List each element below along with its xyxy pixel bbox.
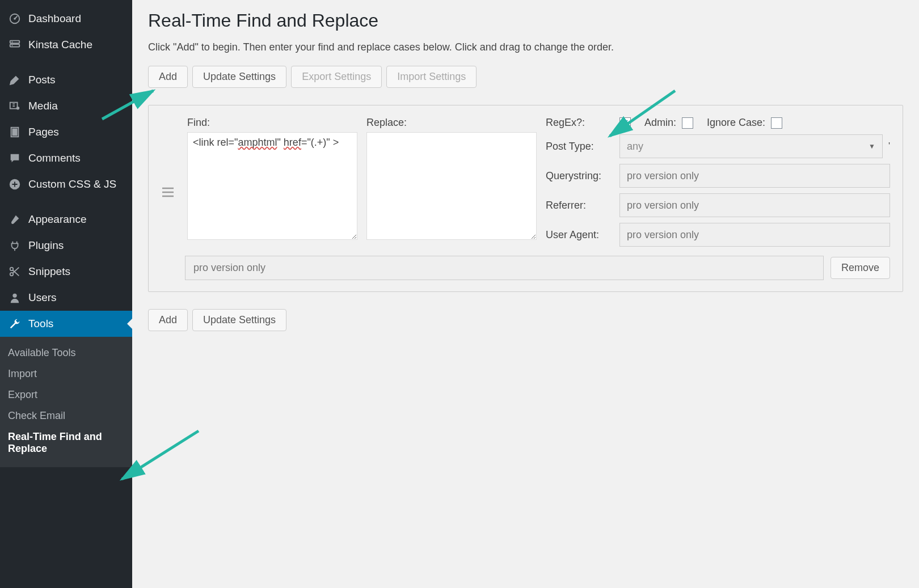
sidebar-item-label: Pages	[28, 126, 59, 138]
post-type-label: Post Type:	[546, 141, 614, 153]
add-button[interactable]: Add	[148, 66, 188, 88]
admin-sidebar: Dashboard Kinsta Cache Posts Media Pages…	[0, 0, 132, 588]
user-icon	[8, 291, 22, 304]
sidebar-item-label: Media	[28, 100, 58, 112]
rule-panel: Find: <link rel="amphtml" href="(.+)" > …	[148, 105, 903, 292]
sub-item-check-email[interactable]: Check Email	[0, 405, 132, 426]
dashboard-icon	[8, 12, 22, 25]
svg-rect-2	[10, 41, 20, 44]
sub-item-available-tools[interactable]: Available Tools	[0, 342, 132, 363]
ignore-case-checkbox[interactable]	[771, 117, 782, 129]
post-type-value: any	[627, 141, 643, 153]
sidebar-item-label: Tools	[28, 318, 53, 330]
referrer-label: Referrer:	[546, 200, 614, 211]
svg-point-7	[16, 107, 20, 110]
sub-item-import[interactable]: Import	[0, 363, 132, 384]
sidebar-item-label: Dashboard	[28, 12, 81, 25]
media-icon	[8, 100, 22, 112]
sidebar-item-users[interactable]: Users	[0, 285, 132, 311]
sidebar-item-label: Plugins	[28, 239, 64, 252]
svg-rect-3	[10, 44, 20, 47]
sidebar-item-pages[interactable]: Pages	[0, 119, 132, 145]
sidebar-item-dashboard[interactable]: Dashboard	[0, 6, 132, 32]
plug-icon	[8, 239, 22, 252]
sidebar-item-tools[interactable]: Tools	[0, 311, 132, 337]
page-instructions: Click "Add" to begin. Then enter your fi…	[148, 41, 903, 53]
regex-checkbox[interactable]: ✓	[619, 117, 631, 129]
svg-point-5	[12, 45, 13, 46]
sidebar-item-kinsta-cache[interactable]: Kinsta Cache	[0, 32, 132, 58]
svg-rect-9	[12, 129, 17, 136]
sidebar-item-label: Appearance	[28, 213, 86, 226]
find-column: Find: <link rel="amphtml" href="(.+)" >	[187, 117, 357, 242]
add-button-bottom[interactable]: Add	[148, 309, 188, 331]
remove-button[interactable]: Remove	[831, 257, 890, 279]
svg-point-1	[14, 18, 16, 20]
find-label: Find:	[187, 117, 357, 129]
sidebar-item-label: Custom CSS & JS	[28, 178, 116, 191]
user-agent-label: User Agent:	[546, 229, 614, 241]
ignore-case-label: Ignore Case:	[707, 117, 765, 129]
sidebar-item-plugins[interactable]: Plugins	[0, 232, 132, 259]
server-icon	[8, 39, 22, 51]
find-textarea[interactable]	[187, 132, 357, 240]
sub-item-export[interactable]: Export	[0, 384, 132, 405]
referrer-input	[619, 193, 890, 217]
update-settings-button-bottom[interactable]: Update Settings	[192, 309, 286, 331]
sidebar-item-label: Users	[28, 291, 57, 304]
plus-circle-icon	[8, 178, 22, 191]
sidebar-item-custom-css-js[interactable]: Custom CSS & JS	[0, 171, 132, 197]
page-title: Real-Time Find and Replace	[148, 10, 903, 31]
sidebar-item-media[interactable]: Media	[0, 93, 132, 119]
sidebar-item-appearance[interactable]: Appearance	[0, 206, 132, 232]
options-column: RegEx?: ✓ Admin: Ignore Case: Post Type:…	[546, 117, 890, 247]
svg-point-4	[12, 41, 13, 43]
regex-label: RegEx?:	[546, 117, 614, 129]
tools-submenu: Available Tools Import Export Check Emai…	[0, 337, 132, 467]
user-agent-input	[619, 223, 890, 247]
sidebar-item-comments[interactable]: Comments	[0, 145, 132, 171]
post-type-select[interactable]: any ▼	[619, 134, 883, 158]
admin-checkbox[interactable]	[682, 117, 693, 129]
replace-label: Replace:	[366, 117, 537, 129]
sub-item-find-replace[interactable]: Real-Time Find and Replace	[0, 426, 132, 459]
scissors-icon	[8, 265, 22, 278]
chevron-down-icon: ▼	[869, 142, 875, 150]
querystring-label: Querystring:	[546, 170, 614, 182]
sidebar-item-label: Posts	[28, 74, 56, 86]
sidebar-item-posts[interactable]: Posts	[0, 67, 132, 93]
sidebar-item-label: Snippets	[28, 265, 70, 278]
bottom-button-row: Add Update Settings	[148, 309, 903, 331]
svg-point-13	[12, 294, 16, 298]
replace-textarea[interactable]	[366, 132, 537, 240]
admin-label: Admin:	[644, 117, 676, 129]
svg-rect-6	[10, 103, 18, 109]
bottom-pro-input	[185, 256, 824, 280]
comment-icon	[8, 152, 22, 164]
sidebar-item-label: Comments	[28, 152, 81, 164]
top-button-row: Add Update Settings Export Settings Impo…	[148, 66, 903, 88]
export-settings-button: Export Settings	[291, 66, 382, 88]
page-icon	[8, 126, 22, 138]
sidebar-item-snippets[interactable]: Snippets	[0, 259, 132, 285]
main-content: Real-Time Find and Replace Click "Add" t…	[132, 0, 919, 588]
sidebar-item-label: Kinsta Cache	[28, 39, 92, 51]
import-settings-button: Import Settings	[386, 66, 477, 88]
replace-column: Replace:	[366, 117, 537, 242]
update-settings-button[interactable]: Update Settings	[192, 66, 286, 88]
wrench-icon	[8, 318, 22, 330]
drag-handle-icon[interactable]	[161, 164, 178, 200]
querystring-input	[619, 164, 890, 188]
pin-icon	[8, 74, 22, 86]
brush-icon	[8, 213, 22, 226]
